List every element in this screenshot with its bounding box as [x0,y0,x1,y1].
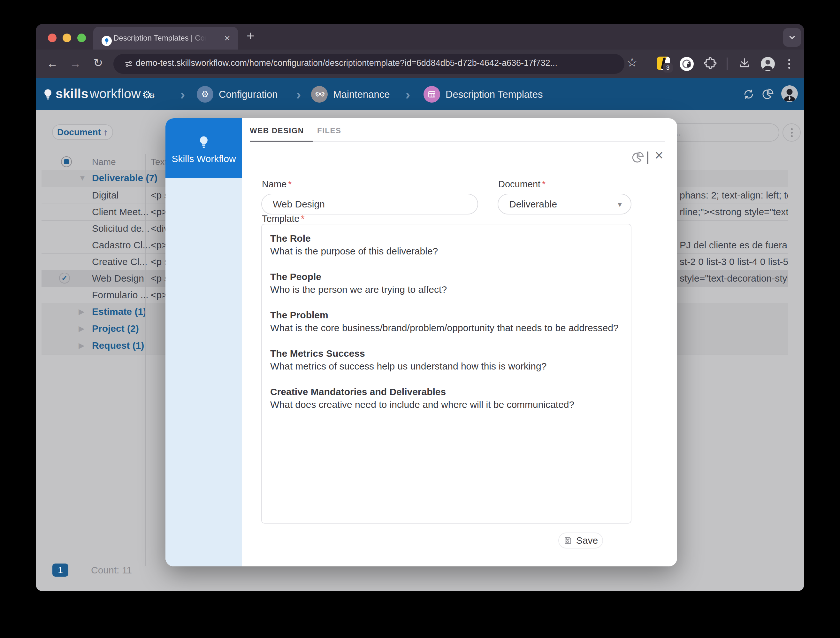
screen: Description Templates | Confi × + ← → ↻ … [0,0,840,638]
collapse-triangle-icon[interactable]: ▼ [79,174,86,182]
logo-text-secondary: workflow [90,86,141,101]
expand-triangle-icon[interactable]: ▶ [79,324,84,333]
section-body: What is the core business/brand/problem/… [270,321,622,334]
tab-web-design[interactable]: WEB DESIGN [250,126,304,135]
sidebar-lightbulb-icon [197,134,211,150]
refresh-icon[interactable] [742,88,755,102]
dropdown-caret-icon: ▾ [618,199,622,209]
row-checkbox-checked[interactable]: ✓ [59,273,70,283]
footer-divider [41,584,800,584]
breadcrumb-configuration[interactable]: Configuration [219,89,278,100]
expand-triangle-icon[interactable]: ▶ [79,307,84,316]
app-header: skills workflow ⚙⚙ › ⚙ Configuration › ⚙… [36,78,804,110]
expand-triangle-icon[interactable]: ▶ [79,341,84,350]
minimize-window-button[interactable] [63,33,71,42]
row-name: Web Design [92,273,144,284]
section-body: What is the purpose of this deliverable? [270,245,622,258]
close-window-button[interactable] [48,33,57,42]
template-label: Template * [262,214,305,224]
breadcrumb-description-templates[interactable]: Description Templates [445,89,543,100]
breadcrumb-chevron-icon: › [180,87,185,101]
modal-header-divider [647,152,648,164]
row-name: Client Meet... [92,206,148,217]
toolbar-divider [726,57,728,70]
url-text[interactable]: demo-test.skillsworkflow.com/home/config… [136,58,557,68]
logo-text-primary: skills [55,86,88,101]
row-name: Creative Cl... [92,256,147,267]
browser-tab[interactable]: Description Templates | Confi × [93,27,238,49]
row-name: Formulario ... [92,290,148,301]
maintenance-gears-icon[interactable]: ⚙⚙ [311,86,328,103]
sort-document-button[interactable]: Document ↑ [52,124,113,140]
adblock-extension-icon[interactable]: 3 [657,57,670,70]
section-heading: The Role [270,232,622,245]
forward-icon[interactable]: → [69,58,81,70]
template-section: The Problem What is the core business/br… [270,309,622,334]
bookmark-star-icon[interactable]: ☆ [627,57,638,68]
password-manager-icon[interactable] [680,57,694,71]
user-avatar[interactable] [781,85,798,102]
configuration-gear-icon[interactable]: ⚙ [197,86,213,103]
document-select[interactable]: Deliverable ▾ [497,194,632,214]
section-heading: The People [270,271,622,283]
row-text-overflow: phans: 2; text-align: left; tex… [680,190,788,201]
group-label: Project (2) [92,323,139,334]
tab-files[interactable]: FILES [317,126,341,135]
downloads-icon[interactable] [738,57,751,71]
row-text-overflow: style="text-decoration-styl… [680,273,788,284]
browser-menu-kebab-icon[interactable] [788,59,790,69]
template-section: The Metrics Success What metrics of succ… [270,347,622,373]
back-icon[interactable]: ← [47,58,58,70]
extension-badge: 3 [663,63,673,73]
breadcrumb-chevron-icon: › [296,87,301,101]
new-tab-button[interactable]: + [246,28,254,44]
modal-sidebar-brand: Skills Workflow [166,118,242,178]
modal-pie-icon[interactable] [631,151,644,166]
save-label: Save [576,535,598,546]
reports-pie-icon[interactable] [761,88,774,102]
column-divider [145,154,146,566]
section-heading: The Problem [270,309,622,321]
template-editor[interactable]: The Role What is the purpose of this del… [261,224,632,524]
document-label: Document * [498,179,546,190]
required-asterisk: * [542,179,546,189]
group-label: Request (1) [92,340,144,351]
row-text-overflow: PJ del cliente es de fuera d… [680,240,788,250]
sidebar-title: Skills Workflow [166,154,242,164]
save-button[interactable]: Save [558,532,603,548]
app-logo[interactable]: skills workflow ⚙⚙ [55,86,155,101]
column-header-text[interactable]: Text [151,157,167,167]
reload-icon[interactable]: ↻ [93,57,103,69]
pagination-page-1[interactable]: 1 [52,564,68,576]
name-input[interactable]: Web Design [261,194,478,214]
row-text-overflow: rline;"><strong style="text-… [680,206,788,217]
site-settings-icon[interactable] [124,59,133,68]
logo-gear-small-icon: ⚙ [149,92,155,100]
section-body: What does creative need to include and w… [270,398,622,411]
select-all-checkbox[interactable] [61,156,72,167]
browser-profile-avatar[interactable] [761,57,775,71]
record-count: Count: 11 [91,565,132,576]
tab-close-icon[interactable]: × [224,33,230,43]
column-header-name[interactable]: Name [92,157,116,167]
section-body: What metrics of success help us understa… [270,360,622,373]
modal-close-icon[interactable]: × [655,148,663,162]
section-heading: The Metrics Success [270,347,622,360]
description-templates-grid-icon[interactable] [423,86,440,103]
required-asterisk: * [288,179,292,189]
row-name: Solicitud de... [92,223,150,234]
active-tab-underline [250,141,313,142]
section-heading: Creative Mandatories and Deliverables [270,385,622,398]
modal-sidebar [166,178,242,567]
grid-menu-kebab-button[interactable] [783,123,801,142]
template-section: The Role What is the purpose of this del… [270,232,622,258]
column-divider [69,154,69,566]
document-value: Deliverable [509,199,557,210]
template-section: The People Who is the person we are tryi… [270,271,622,296]
tab-search-chevron-icon[interactable] [783,28,801,47]
breadcrumb-chevron-icon: › [405,87,410,101]
maximize-window-button[interactable] [77,33,86,42]
name-value: Web Design [273,199,325,210]
breadcrumb-maintenance[interactable]: Maintenance [333,89,390,100]
extensions-puzzle-icon[interactable] [703,56,717,71]
